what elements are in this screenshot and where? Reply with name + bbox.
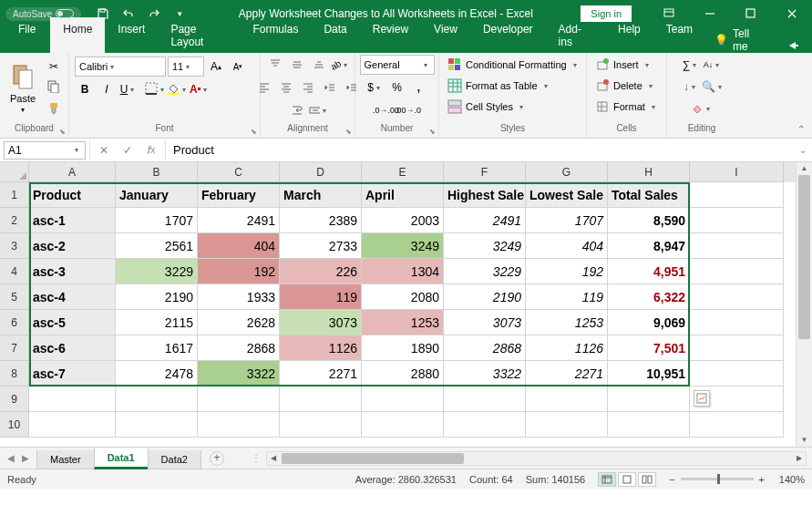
insert-cells-button[interactable]: Insert▾	[591, 55, 656, 75]
maximize-button[interactable]	[730, 0, 771, 27]
tab-team[interactable]: Team	[653, 17, 705, 53]
cell-D5[interactable]: 119	[280, 284, 362, 310]
sheet-tab-data2[interactable]: Data2	[148, 450, 201, 469]
cell-C9[interactable]	[198, 386, 280, 412]
cell-B8[interactable]: 2478	[116, 361, 198, 386]
cell-A6[interactable]: asc-5	[29, 310, 116, 335]
copy-button[interactable]	[44, 78, 64, 98]
scroll-right-button[interactable]: ▶	[793, 452, 806, 465]
row-header-1[interactable]: 1	[0, 182, 29, 208]
cell-C8[interactable]: 3322	[198, 361, 280, 386]
percent-format-button[interactable]: %	[387, 77, 407, 98]
close-button[interactable]	[771, 0, 812, 27]
cell-E8[interactable]: 2880	[362, 361, 444, 386]
tab-home[interactable]: Home	[50, 17, 105, 53]
column-header-D[interactable]: D	[280, 162, 362, 182]
row-header-7[interactable]: 7	[0, 335, 29, 361]
cell-C2[interactable]: 2491	[198, 208, 280, 233]
zoom-in-button[interactable]: +	[759, 474, 765, 485]
cell-A8[interactable]: asc-7	[29, 361, 116, 386]
paste-button[interactable]: Paste ▾	[4, 58, 42, 119]
cell-F9[interactable]	[444, 386, 526, 412]
tellme-search[interactable]: 💡Tell me	[705, 27, 776, 53]
normal-view-button[interactable]	[598, 472, 616, 487]
cell-H6[interactable]: 9,069	[608, 310, 690, 335]
page-break-view-button[interactable]	[638, 472, 656, 487]
cell-A5[interactable]: asc-4	[29, 284, 116, 310]
cell-B5[interactable]: 2190	[116, 284, 198, 310]
cell-E6[interactable]: 1253	[362, 310, 444, 335]
cell-G10[interactable]	[526, 412, 608, 438]
wrap-text-button[interactable]	[287, 100, 307, 120]
row-header-2[interactable]: 2	[0, 208, 29, 233]
find-select-button[interactable]: 🔍▾	[703, 77, 723, 97]
horizontal-scrollbar[interactable]: ◀ ▶	[266, 451, 807, 466]
cell-F4[interactable]: 3229	[444, 259, 526, 284]
scroll-up-button[interactable]: ▲	[797, 162, 812, 175]
cut-button[interactable]: ✂	[44, 57, 64, 77]
tab-developer[interactable]: Developer	[470, 17, 546, 53]
cell-A3[interactable]: asc-2	[29, 233, 116, 259]
clear-button[interactable]: ▾	[692, 98, 712, 119]
cell-H9[interactable]	[608, 386, 690, 412]
insert-function-button[interactable]: fx	[139, 140, 163, 160]
orientation-button[interactable]: ab▾	[331, 55, 351, 75]
clipboard-dialog-launcher[interactable]: ⬊	[59, 128, 66, 136]
cell-header-3[interactable]: March	[280, 182, 362, 208]
decrease-decimal-button[interactable]: .00→.0	[398, 100, 418, 120]
cell-D3[interactable]: 2733	[280, 233, 362, 259]
tab-data[interactable]: Data	[311, 17, 359, 53]
comma-format-button[interactable]: ,	[409, 77, 429, 98]
row-header-9[interactable]: 9	[0, 386, 29, 412]
cell-F3[interactable]: 3249	[444, 233, 526, 259]
cell-F6[interactable]: 3073	[444, 310, 526, 335]
name-box[interactable]: A1▾	[4, 141, 86, 160]
cell-D10[interactable]	[280, 412, 362, 438]
row-header-3[interactable]: 3	[0, 233, 29, 259]
cell-header-2[interactable]: February	[198, 182, 280, 208]
sort-filter-button[interactable]: A↓▾	[703, 55, 723, 75]
merge-button[interactable]: ▾	[309, 100, 329, 120]
share-button[interactable]	[776, 38, 812, 53]
cell-header-6[interactable]: Lowest Sale	[526, 182, 608, 208]
cell-I8[interactable]	[690, 361, 784, 386]
row-header-10[interactable]: 10	[0, 412, 29, 438]
conditional-formatting-button[interactable]: Conditional Formatting▾	[443, 55, 584, 75]
align-middle-button[interactable]	[287, 55, 307, 75]
cell-F5[interactable]: 2190	[444, 284, 526, 310]
cell-F2[interactable]: 2491	[444, 208, 526, 233]
decrease-font-button[interactable]: A▾	[228, 57, 248, 77]
cell-C7[interactable]: 2868	[198, 335, 280, 361]
format-painter-button[interactable]	[44, 100, 64, 120]
cell-D2[interactable]: 2389	[280, 208, 362, 233]
cell-H7[interactable]: 7,501	[608, 335, 690, 361]
cell-G6[interactable]: 1253	[526, 310, 608, 335]
cell-E5[interactable]: 2080	[362, 284, 444, 310]
cell-header-4[interactable]: April	[362, 182, 444, 208]
cell-E7[interactable]: 1890	[362, 335, 444, 361]
cell-C5[interactable]: 1933	[198, 284, 280, 310]
cell-G2[interactable]: 1707	[526, 208, 608, 233]
increase-font-button[interactable]: A▴	[206, 57, 226, 77]
cell-I4[interactable]	[690, 259, 784, 284]
increase-decimal-button[interactable]: .0→.00	[376, 100, 396, 120]
cell-G4[interactable]: 192	[526, 259, 608, 284]
cell-header-1[interactable]: January	[116, 182, 198, 208]
cell-D9[interactable]	[280, 386, 362, 412]
cell-A2[interactable]: asc-1	[29, 208, 116, 233]
cell-C6[interactable]: 2628	[198, 310, 280, 335]
format-cells-button[interactable]: Format▾	[591, 97, 663, 117]
collapse-ribbon-icon[interactable]: ⌃	[797, 124, 805, 134]
column-header-C[interactable]: C	[198, 162, 280, 182]
number-dialog-launcher[interactable]: ⬊	[429, 128, 436, 136]
font-dialog-launcher[interactable]: ⬊	[251, 128, 257, 136]
column-header-H[interactable]: H	[608, 162, 690, 182]
select-all-button[interactable]	[0, 162, 29, 182]
cell-I3[interactable]	[690, 233, 784, 259]
column-header-G[interactable]: G	[526, 162, 608, 182]
cell-A9[interactable]	[29, 386, 116, 412]
delete-cells-button[interactable]: Delete▾	[591, 76, 660, 96]
italic-button[interactable]: I	[97, 79, 117, 99]
cell-H8[interactable]: 10,951	[608, 361, 690, 386]
column-header-F[interactable]: F	[444, 162, 526, 182]
